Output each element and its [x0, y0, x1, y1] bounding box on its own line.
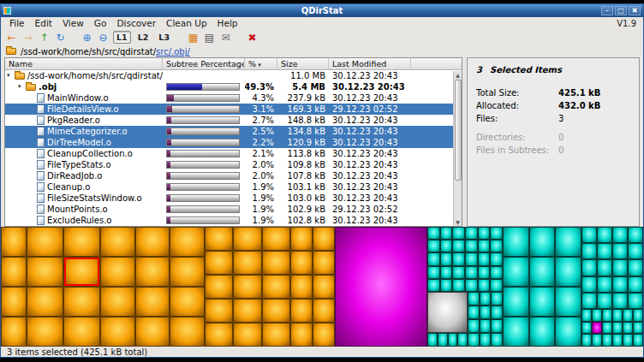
- treemap-cell[interactable]: [490, 252, 503, 265]
- treemap-cell[interactable]: [440, 227, 453, 240]
- treemap-cell[interactable]: [633, 309, 643, 322]
- treemap-cell[interactable]: [490, 240, 503, 252]
- tree-row[interactable]: PkgReader.o2.7%148.8 kB30.12.23 20:43: [5, 115, 453, 126]
- treemap-cell[interactable]: [491, 319, 503, 333]
- treemap-cell[interactable]: [440, 252, 453, 265]
- tree-row[interactable]: MountPoints.o1.9%102.9 kB29.12.23 02:52: [5, 204, 453, 215]
- treemap-cell[interactable]: [612, 309, 623, 322]
- tree-row[interactable]: MainWindow.o4.3%237.9 kB30.12.23 20:43: [5, 92, 453, 104]
- treemap-cell[interactable]: [555, 287, 581, 317]
- treemap-cell[interactable]: [465, 266, 478, 279]
- titlebar[interactable]: QDirStat – □ ✖: [1, 4, 643, 17]
- treemap-cell[interactable]: [233, 227, 261, 251]
- treemap-cell[interactable]: [313, 323, 335, 347]
- treemap-cell[interactable]: [491, 292, 503, 306]
- toolbar-go-up-icon[interactable]: ↑: [38, 31, 51, 45]
- treemap-cell[interactable]: [465, 240, 478, 252]
- treemap-cell[interactable]: [452, 252, 465, 265]
- treemap-cell[interactable]: [612, 227, 628, 243]
- treemap-cell[interactable]: [555, 317, 581, 347]
- treemap-cell[interactable]: [602, 322, 612, 335]
- treemap-cell[interactable]: [465, 279, 478, 292]
- toolbar-layout-l3-button[interactable]: L3: [155, 31, 173, 44]
- tree-row[interactable]: ExcludeRules.o1.9%102.8 kB30.12.23 20:43: [5, 215, 453, 226]
- treemap-cell[interactable]: [205, 227, 233, 251]
- treemap-cell[interactable]: [452, 279, 465, 292]
- treemap-cell[interactable]: [290, 323, 313, 347]
- treemap-cell[interactable]: [478, 227, 491, 240]
- treemap-cell[interactable]: [623, 309, 633, 322]
- treemap-cell[interactable]: [480, 292, 492, 306]
- treemap-cell[interactable]: [612, 322, 623, 335]
- treemap-cell[interactable]: [478, 252, 491, 265]
- column-header-last-modified[interactable]: Last Modified: [329, 58, 411, 69]
- toolbar-zoom-out-icon[interactable]: ⊖: [97, 31, 110, 45]
- treemap-cell[interactable]: [313, 299, 335, 323]
- treemap-cell[interactable]: [503, 257, 529, 287]
- treemap-cell[interactable]: [452, 240, 465, 252]
- treemap-cell[interactable]: [623, 334, 633, 347]
- scroll-down-icon[interactable]: ▼: [456, 218, 460, 226]
- treemap-cell[interactable]: [478, 266, 491, 279]
- tree-row[interactable]: DirTreeModel.o2.2%120.9 kB30.12.23 20:43: [5, 137, 453, 148]
- treemap-cell[interactable]: [597, 293, 612, 309]
- treemap-cell[interactable]: [290, 299, 313, 323]
- treemap-cell[interactable]: [290, 251, 313, 275]
- treemap-cell[interactable]: [205, 299, 233, 323]
- treemap-cell[interactable]: [440, 240, 453, 252]
- treemap-cell[interactable]: [170, 287, 205, 317]
- treemap-cell[interactable]: [478, 240, 491, 252]
- treemap-cell[interactable]: [581, 227, 597, 243]
- treemap-cell[interactable]: [623, 322, 633, 335]
- treemap-cell[interactable]: [135, 227, 170, 257]
- treemap-cell[interactable]: [1, 287, 27, 317]
- treemap-cell[interactable]: [135, 317, 170, 347]
- treemap-cell[interactable]: [262, 251, 290, 275]
- expander-icon[interactable]: ▾: [7, 70, 15, 81]
- treemap-cell[interactable]: [468, 333, 480, 347]
- treemap-cell[interactable]: [440, 266, 453, 279]
- treemap-cell[interactable]: [581, 293, 597, 309]
- treemap-cell[interactable]: [480, 333, 492, 347]
- treemap-cell[interactable]: [555, 227, 581, 257]
- treemap-cell[interactable]: [581, 334, 592, 347]
- treemap-cell[interactable]: [468, 306, 480, 319]
- toolbar-go-back-icon[interactable]: ←: [5, 31, 18, 45]
- treemap-cell[interactable]: [100, 287, 135, 317]
- treemap-cell[interactable]: [581, 243, 597, 259]
- column-header-name[interactable]: Name: [5, 58, 163, 69]
- treemap-cell[interactable]: [628, 293, 643, 309]
- treemap-cell[interactable]: [233, 251, 261, 275]
- treemap-cell[interactable]: [427, 292, 468, 333]
- treemap-cell[interactable]: [427, 240, 440, 252]
- treemap-cell[interactable]: [602, 334, 612, 347]
- treemap-cell[interactable]: [555, 257, 581, 287]
- treemap-cell[interactable]: [233, 323, 261, 347]
- treemap-cell[interactable]: [633, 322, 643, 335]
- treemap-cell[interactable]: [27, 287, 63, 317]
- toolbar-stop-reading-icon[interactable]: ✖: [246, 31, 259, 45]
- treemap-cell[interactable]: [491, 333, 503, 347]
- tree-row[interactable]: ▾/ssd-work/home/sh/src/qdirstat/src11.0 …: [5, 70, 453, 81]
- treemap-cell[interactable]: [597, 259, 612, 276]
- treemap-cell[interactable]: [612, 293, 628, 309]
- treemap-cell[interactable]: [27, 257, 63, 287]
- column-header-percent[interactable]: % ▾: [245, 58, 277, 69]
- treemap-cell[interactable]: [597, 276, 612, 293]
- treemap-cell[interactable]: [205, 251, 233, 275]
- tree-row[interactable]: FileSizeStatsWindow.o1.9%103.0 kB30.12.2…: [5, 193, 453, 204]
- treemap-cell[interactable]: [503, 287, 529, 317]
- treemap-cell[interactable]: [529, 287, 556, 317]
- tree-row[interactable]: MimeCategorizer.o2.5%134.8 kB30.12.23 20…: [5, 126, 453, 137]
- treemap-cell[interactable]: [135, 287, 170, 317]
- treemap-cell[interactable]: [262, 323, 290, 347]
- column-header-size[interactable]: Size: [277, 58, 329, 69]
- treemap-cell[interactable]: [427, 333, 438, 347]
- treemap-cell[interactable]: [427, 279, 440, 292]
- treemap-cell[interactable]: [592, 309, 602, 322]
- toolbar-mail-report-icon[interactable]: ✉: [219, 31, 232, 45]
- treemap-cell[interactable]: [490, 279, 503, 292]
- treemap-cell[interactable]: [468, 292, 480, 306]
- treemap-cell[interactable]: [262, 227, 290, 251]
- treemap-cell[interactable]: [205, 323, 233, 347]
